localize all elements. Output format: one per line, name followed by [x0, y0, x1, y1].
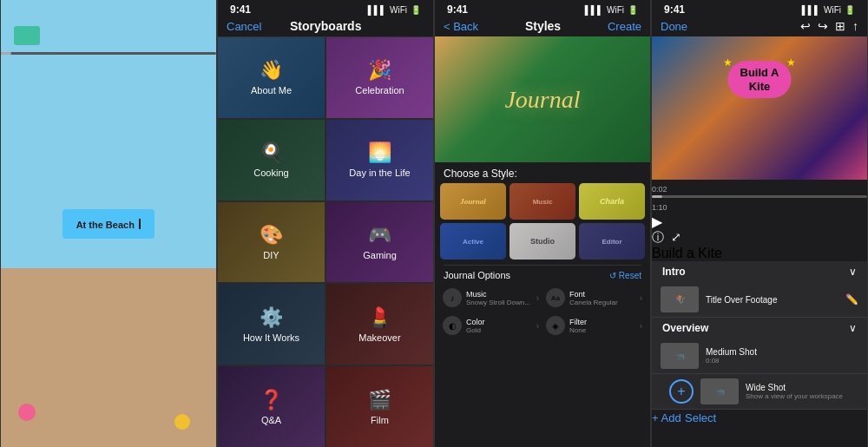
status-icons-4: ▌▌▌ WiFi 🔋: [802, 5, 855, 15]
hero-image-3: Journal: [435, 36, 650, 162]
wifi-icon-2: WiFi: [390, 5, 407, 15]
overview-clip-desc-0: 0:08: [706, 357, 858, 365]
beach-overlay: At the Beach: [1, 0, 216, 447]
add-clip-btn-1[interactable]: +: [669, 379, 694, 404]
select-button-4[interactable]: Select: [685, 411, 716, 424]
style-thumbnails: Journal Music Charla Active Studio Edito…: [435, 183, 650, 265]
style-music[interactable]: Music: [510, 183, 575, 220]
timeline-bar-4[interactable]: [652, 195, 867, 198]
storyboard-gaming[interactable]: 🎮 Gaming: [326, 202, 433, 283]
intro-title: Intro: [662, 266, 686, 278]
redo-icon-4[interactable]: ↪: [818, 19, 828, 33]
info-icon-4[interactable]: ⓘ: [652, 230, 664, 246]
section-intro[interactable]: Intro ∨: [652, 261, 867, 282]
how-it-label: How It Works: [243, 332, 299, 343]
style-active[interactable]: Active: [440, 223, 506, 260]
cancel-button[interactable]: Cancel: [227, 20, 261, 33]
filter-option-value: None: [569, 326, 635, 334]
about-icon: 👋: [260, 59, 283, 82]
cooking-label: Cooking: [253, 168, 288, 178]
storyboard-qa[interactable]: ❓ Q&A: [218, 366, 325, 447]
style-editor[interactable]: Editor: [579, 223, 645, 260]
intro-clip-title-0: Title Over Footage: [706, 295, 838, 305]
undo-icon-4[interactable]: ↩: [800, 19, 811, 33]
intro-edit-icon-0[interactable]: ✏️: [845, 293, 858, 306]
overview-chevron: ∨: [849, 322, 857, 334]
overview-clip-desc-1: Show a view of your workspace: [746, 392, 858, 400]
option-color[interactable]: ◐ Color Gold ›: [440, 312, 542, 339]
phone-4: 9:41 ▌▌▌ WiFi 🔋 Done ↩ ↪ ⊞ ↑ ★ ★ Build A…: [651, 0, 868, 447]
hero-title-3: Journal: [504, 86, 580, 114]
styles-section: Choose a Style: Journal Music Charla Act…: [435, 162, 650, 447]
done-button-4[interactable]: Done: [661, 20, 687, 33]
celebration-label: Celebration: [355, 85, 404, 95]
music-option-value: Snowy Stroll Down...: [466, 299, 532, 306]
styles-title: Styles: [525, 19, 561, 33]
intro-info-0: Title Over Footage: [706, 295, 838, 305]
music-option-name: Music: [466, 290, 532, 299]
about-label: About Me: [251, 85, 292, 95]
magic-icon-4[interactable]: ⤢: [671, 230, 681, 246]
time-start-4: 0:02: [652, 185, 667, 194]
storyboard-grid: 👋 About Me 🎉 Celebration 🍳 Cooking 🌅 Day…: [218, 37, 433, 447]
project-title-4: Build a Kite: [652, 246, 867, 261]
overview-clip-0[interactable]: 📹 Medium Shot 0:08: [652, 339, 867, 374]
timeline-bar-1[interactable]: [1, 52, 216, 55]
storyboard-celebration[interactable]: 🎉 Celebration: [326, 37, 433, 118]
title-cursor: [139, 219, 141, 229]
storyboard-cooking[interactable]: 🍳 Cooking: [218, 120, 325, 200]
signal-icon-3: ▌▌▌: [585, 5, 603, 15]
option-filter[interactable]: ◈ Filter None ›: [543, 312, 645, 339]
makeover-label: Makeover: [358, 332, 400, 343]
export-icon-4[interactable]: ↑: [852, 19, 858, 33]
filter-option-name: Filter: [569, 318, 635, 326]
reset-button[interactable]: ↺ Reset: [609, 271, 641, 280]
share-icon-4[interactable]: ⊞: [835, 19, 845, 33]
overview-clip-1[interactable]: + 📹 Wide Shot Show a view of your worksp…: [652, 374, 867, 410]
add-button-4[interactable]: + Add: [652, 411, 681, 424]
color-option-value: Gold: [466, 326, 532, 334]
status-bar-2: 9:41 ▌▌▌ WiFi 🔋: [218, 0, 433, 17]
storyboard-day-in-life[interactable]: 🌅 Day in the Life: [326, 120, 433, 200]
star-icon-left: ★: [723, 56, 733, 69]
overview-thumb-0: 📹: [661, 343, 699, 369]
option-music-text: Music Snowy Stroll Down...: [466, 290, 532, 306]
gaming-label: Gaming: [363, 250, 397, 260]
journal-options-title: Journal Options: [444, 270, 510, 280]
option-music[interactable]: ♪ Music Snowy Stroll Down... ›: [440, 285, 542, 311]
overview-thumb-1: 📹: [700, 378, 739, 404]
storyboard-how-it-works[interactable]: ⚙️ How It Works: [218, 284, 325, 365]
create-button[interactable]: Create: [608, 20, 641, 33]
style-charla[interactable]: Charla: [579, 183, 645, 220]
overview-clip-title-0: Medium Shot: [706, 347, 858, 357]
storyboard-diy[interactable]: 🎨 DIY: [218, 202, 325, 283]
qa-icon: ❓: [260, 389, 283, 411]
intro-clip-0[interactable]: 🪁 Title Over Footage ✏️: [652, 282, 867, 318]
status-time-3: 9:41: [447, 3, 468, 16]
qa-label: Q&A: [261, 415, 281, 425]
nav-actions-4: ↩ ↪ ⊞ ↑: [800, 19, 858, 33]
time-end-4: 1:10: [652, 203, 667, 212]
font-option-name: Font: [569, 290, 635, 299]
section-overview[interactable]: Overview ∨: [652, 318, 867, 339]
video-timeline-4: 0:02 1:10: [652, 180, 867, 214]
diy-label: DIY: [263, 250, 279, 260]
gaming-icon: 🎮: [368, 224, 391, 247]
status-bar-4: 9:41 ▌▌▌ WiFi 🔋: [652, 0, 867, 17]
style-journal[interactable]: Journal: [440, 183, 506, 220]
video-preview-4: ★ ★ Build AKite: [652, 36, 867, 180]
signal-icon-4: ▌▌▌: [802, 5, 820, 15]
option-font[interactable]: Aa Font Canela Regular ›: [543, 285, 645, 311]
storyboard-about-me[interactable]: 👋 About Me: [218, 37, 325, 118]
phone-3: 9:41 ▌▌▌ WiFi 🔋 < Back Styles Create Jou…: [434, 0, 651, 447]
storyboard-makeover[interactable]: 💄 Makeover: [326, 284, 433, 365]
options-header: Journal Options ↺ Reset: [435, 266, 650, 285]
style-studio[interactable]: Studio: [510, 223, 575, 260]
video-controls-4: ▶ ⓘ ⤢: [652, 214, 867, 246]
day-life-icon: 🌅: [368, 141, 391, 164]
bottom-bar-4: + Add Select: [652, 410, 867, 425]
play-button-4[interactable]: ▶: [652, 214, 662, 229]
back-button[interactable]: < Back: [444, 20, 478, 33]
battery-icon-3: 🔋: [628, 5, 638, 15]
storyboard-film[interactable]: 🎬 Film: [326, 366, 433, 447]
